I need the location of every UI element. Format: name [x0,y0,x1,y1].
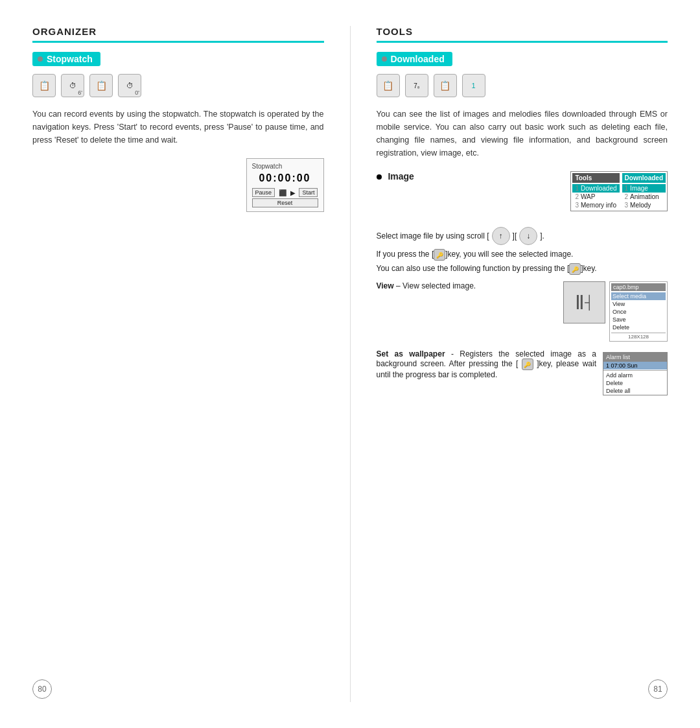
downloaded-badge-label: Downloaded [391,54,445,64]
stopwatch-icon-row: 📋 ⏱ 6' 📋 ⏱ 0' [32,74,324,97]
dl-icon-2: 7₈ [405,74,428,97]
tools-divider [377,41,668,43]
scroll-text-1: Select image file by using scroll [ [377,231,489,241]
image-label: Image [377,171,562,182]
scroll-instruction-row: Select image file by using scroll [ ↑ ][… [377,227,668,245]
stopwatch-icon-3: 📋 [89,74,113,97]
downloaded-body-text: You can see the list of images and melod… [377,108,668,159]
view-section: View – View selected image. Ⅱ ┤ cap0.bmp… [377,281,668,342]
dl-icon-4: 1 [462,74,485,97]
sw-start[interactable]: Start [299,188,318,197]
right-panel: TOOLS Downloaded 📋 7₈ 📋 1 You can see th… [351,26,668,702]
stopwatch-body-text: You can record events by using the stopw… [32,108,324,147]
tools-menu-item-downloaded: 1Downloaded [572,184,619,193]
vi-size: 128X128 [611,333,666,340]
tools-title: TOOLS [377,26,668,37]
view-label: View – View selected image. [377,281,556,290]
vi-row-3: Once [611,308,666,316]
sw-controls: Pause ⬛ ▶ Start [252,188,318,197]
left-panel: ORGANIZER Stopwatch 📋 ⏱ 6' 📋 ⏱ 0' You ca… [32,26,351,702]
tools-menu-screenshot: Tools 1Downloaded 2WAP 3Memory info Down… [570,171,668,211]
alarm-row-delete: Delete [603,379,667,387]
tools-menu-item-wap: 2WAP [572,193,619,201]
wallpaper-section: Alarm list 1 07:00 Sun Add alarm Delete … [377,349,668,395]
vi-row-2: View [611,300,666,308]
tools-col1-header: Tools [572,173,619,183]
organizer-divider [32,41,324,43]
page-number-left: 80 [32,679,52,699]
stopwatch-badge-label: Stopwatch [47,54,93,64]
alarm-row-delete-all: Delete all [603,387,667,395]
dl-icon-3: 📋 [434,74,457,97]
dl-icon-1: 📋 [377,74,400,97]
vi-row-4: Save [611,316,666,323]
alarm-row-add: Add alarm [603,371,667,379]
view-text-area: View – View selected image. [377,281,556,294]
image-bullet [377,174,382,180]
view-image-preview: Ⅱ ┤ [563,281,605,323]
key-icon-2: 🔑 [569,263,581,275]
vi-row-1: Select media [611,292,666,300]
page-number-right: 81 [648,679,668,699]
key-icon-1: 🔑 [434,249,445,261]
tools-col-2: Downloaded 1Image 2Animation 3Melody [621,172,667,211]
alarm-title: Alarm list [603,353,667,362]
sw-time: 00:00:00 [252,172,318,184]
vi-filename: cap0.bmp [611,283,666,291]
alarm-divider [603,370,667,371]
key-instruction-1: If you press the [🔑]key, you will see th… [377,249,668,261]
alarm-list-box: Alarm list 1 07:00 Sun Add alarm Delete … [603,352,668,395]
tools-menu-item-melody: 3Melody [622,201,666,209]
stopwatch-icon-4: ⏱ 0' [118,74,141,97]
stopwatch-widget: Stopwatch 00:00:00 Pause ⬛ ▶ Start Reset [246,158,324,212]
tools-menu-item-animation: 2Animation [622,193,666,201]
key-icon-3: 🔑 [522,358,533,370]
key-instruction-2: You can also use the following function … [377,263,668,275]
sw-reset[interactable]: Reset [252,198,318,207]
vi-row-5: Delete [611,323,666,331]
view-info-box: cap0.bmp Select media View Once Save Del… [609,281,668,342]
alarm-row-1: 1 07:00 Sun [603,362,667,370]
scroll-icon-down: ↓ [519,227,537,245]
stopwatch-icon-2: ⏱ 6' [61,74,84,97]
tools-col-1: Tools 1Downloaded 2WAP 3Memory info [571,172,620,211]
sw-pause[interactable]: Pause [252,188,275,197]
organizer-title: ORGANIZER [32,26,324,37]
downloaded-icon-row: 📋 7₈ 📋 1 [377,74,668,97]
stopwatch-badge: Stopwatch [32,52,100,66]
sw-title: Stopwatch [252,163,318,170]
downloaded-badge: Downloaded [377,52,452,66]
tools-col2-header: Downloaded [622,173,666,183]
tools-menu-item-memory: 3Memory info [572,201,619,209]
badge-dot-right [382,56,387,62]
view-image-area: Ⅱ ┤ cap0.bmp Select media View Once Save… [563,281,668,342]
badge-dot [38,56,43,62]
stopwatch-icon-1: 📋 [32,74,56,97]
image-section: Image [377,171,562,187]
scroll-icon-up: ↑ [492,227,510,245]
tools-menu-item-image: 1Image [622,184,666,193]
